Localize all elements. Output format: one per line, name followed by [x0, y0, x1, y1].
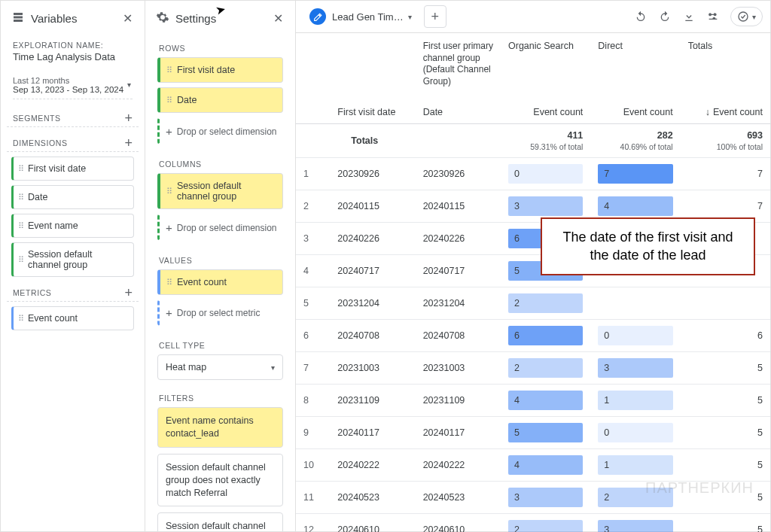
drop-metric[interactable]: +Drop or select metric [157, 299, 283, 326]
edit-icon [309, 8, 326, 25]
variables-icon [11, 11, 25, 26]
redo-icon[interactable] [658, 10, 672, 23]
date-range-label: Last 12 months [13, 76, 133, 85]
drag-handle-icon[interactable] [18, 255, 23, 265]
table-row[interactable]: 520231204202312042 [296, 287, 770, 320]
table-row[interactable]: 92024011720240117505 [296, 417, 770, 449]
date-range-value: Sep 13, 2023 - Sep 13, 2024 [13, 85, 133, 94]
table-row[interactable]: 102024022220240222415 [296, 449, 770, 482]
exploration-name-value[interactable]: Time Lag Analysis Data [7, 51, 139, 65]
undo-icon[interactable] [634, 10, 648, 23]
toolbar-actions: ▾ [634, 7, 763, 26]
chip[interactable]: Date [11, 185, 134, 209]
metrics-section: METRICS + [7, 281, 139, 302]
drop-column-dimension[interactable]: +Drop or select dimension [157, 214, 283, 241]
app-root: Variables ✕ EXPLORATION NAME: Time Lag A… [0, 0, 771, 532]
main-toolbar: Lead Gen Tim… ▾ + ▾ [296, 1, 770, 32]
add-metric-button[interactable]: + [124, 287, 133, 298]
dim-header-1[interactable]: First visit date [330, 101, 415, 124]
drag-handle-icon[interactable] [18, 221, 23, 231]
add-tab-button[interactable]: + [424, 5, 446, 28]
segments-label: SEGMENTS [13, 114, 61, 123]
report-table: First user primary channel group (Defaul… [296, 33, 770, 532]
table-row[interactable]: 62024070820240708606 [296, 320, 770, 352]
variables-body: EXPLORATION NAME: Time Lag Analysis Data… [1, 36, 145, 341]
cell-type-select[interactable]: Heat map ▾ [157, 354, 283, 380]
cell-type-value: Heat map [166, 362, 206, 372]
add-dimension-button[interactable]: + [124, 138, 133, 148]
tab-label: Lead Gen Tim… [332, 11, 404, 23]
metric-header-total[interactable]: Event count [681, 101, 770, 124]
totals-label: Totals [330, 124, 501, 158]
col-organic[interactable]: Organic Search [501, 33, 590, 101]
metrics-label: METRICS [13, 288, 51, 297]
chip[interactable]: First visit date [11, 157, 134, 181]
chevron-down-icon: ▾ [408, 13, 412, 21]
col-direct[interactable]: Direct [590, 33, 680, 101]
report-grid: First user primary channel group (Defaul… [296, 32, 770, 532]
date-range-picker[interactable]: Last 12 months Sep 13, 2023 - Sep 13, 20… [13, 73, 133, 99]
chip[interactable]: Event count [11, 306, 134, 330]
variables-panel: Variables ✕ EXPLORATION NAME: Time Lag A… [1, 1, 145, 531]
annotation-callout: The date of the first visit and the date… [541, 217, 755, 275]
totals-row: Totals 41159.31% of total 28240.69% of t… [296, 124, 770, 158]
variables-header: Variables ✕ [1, 1, 145, 36]
share-icon[interactable] [706, 10, 720, 23]
values-label: VALUES [151, 248, 289, 269]
drag-handle-icon[interactable] [18, 164, 23, 174]
drag-handle-icon[interactable] [166, 278, 172, 287]
filter-chip[interactable]: Session default channel group does not e… [157, 512, 283, 531]
dimensions-label: DIMENSIONS [13, 138, 68, 147]
col-totals[interactable]: Totals [681, 33, 770, 101]
filters-label: FILTERS [151, 386, 289, 407]
report-tab[interactable]: Lead Gen Tim… ▾ [303, 4, 418, 29]
watermark: ПАРТНЕРКИН [645, 479, 754, 497]
segments-section: SEGMENTS + [7, 107, 139, 127]
download-icon[interactable] [682, 10, 696, 23]
chip[interactable]: Session default channel group [11, 242, 134, 277]
table-row[interactable]: 72023100320231003235 [296, 352, 770, 385]
settings-panel: Settings ✕ ROWS First visit dateDate +Dr… [145, 1, 296, 531]
drag-handle-icon[interactable] [18, 193, 23, 202]
table-row[interactable]: 82023110920231109415 [296, 385, 770, 417]
chip[interactable]: Session default channel group [157, 173, 283, 209]
close-icon[interactable]: ✕ [120, 8, 136, 29]
channel-group-header: First user primary channel group (Defaul… [416, 33, 501, 101]
close-icon[interactable]: ✕ [270, 8, 286, 29]
chip[interactable]: Date [157, 87, 283, 113]
gear-icon [156, 11, 169, 26]
drag-handle-icon[interactable] [166, 65, 172, 75]
main-panel: Lead Gen Tim… ▾ + ▾ [296, 1, 770, 531]
metric-header-2[interactable]: Event count [590, 101, 680, 124]
filter-chip[interactable]: Event name contains contact_lead [157, 407, 283, 448]
rows-label: ROWS [151, 36, 289, 57]
chip[interactable]: Event count [157, 269, 283, 295]
add-segment-button[interactable]: + [124, 113, 133, 123]
svg-point-0 [739, 12, 748, 21]
variables-title: Variables [31, 12, 120, 25]
table-row[interactable]: 122024061020240610235 [296, 514, 770, 532]
metric-header-1[interactable]: Event count [501, 101, 590, 124]
dimensions-section: DIMENSIONS + [7, 132, 139, 152]
cell-type-label: CELL TYPE [151, 333, 289, 354]
drag-handle-icon[interactable] [18, 314, 23, 324]
settings-body: ROWS First visit dateDate +Drop or selec… [145, 36, 295, 531]
drag-handle-icon[interactable] [166, 96, 172, 105]
columns-label: COLUMNS [151, 152, 289, 173]
filter-chip[interactable]: Session default channel group does not e… [157, 454, 283, 507]
dimensions-list: First visit dateDateEvent nameSession de… [7, 157, 139, 277]
drag-handle-icon[interactable] [166, 187, 172, 196]
table-row[interactable]: 12023092620230926077 [296, 158, 770, 190]
dim-header-2[interactable]: Date [416, 101, 501, 124]
drop-row-dimension[interactable]: +Drop or select dimension [157, 117, 283, 144]
chip[interactable]: Event name [11, 214, 134, 238]
status-pill[interactable]: ▾ [730, 7, 763, 26]
metrics-list: Event count [7, 306, 139, 330]
exploration-name-label: EXPLORATION NAME: [7, 36, 139, 51]
chevron-down-icon: ▾ [127, 81, 131, 89]
chip[interactable]: First visit date [157, 57, 283, 83]
chevron-down-icon: ▾ [271, 363, 275, 372]
